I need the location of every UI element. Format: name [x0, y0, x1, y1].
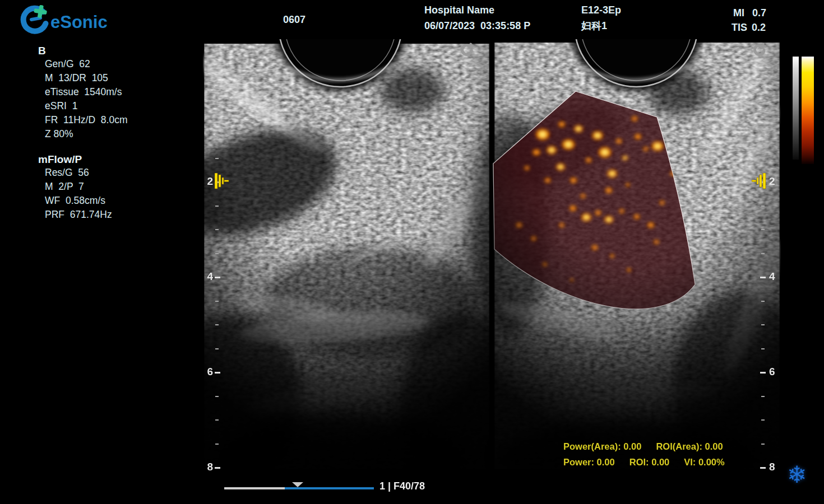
- tis-label: TIS: [732, 21, 747, 34]
- vi-readout: VI: 0.00%: [684, 457, 724, 468]
- b-mode-panel: B Gen/G 62 M 13/DR 105 eTissue 1540m/s e…: [38, 45, 128, 141]
- mi-value: 0.7: [752, 7, 766, 19]
- mi-label: MI: [733, 7, 744, 19]
- param-line: M 2/P 7: [38, 180, 112, 194]
- param-line: M 13/DR 105: [38, 71, 128, 85]
- freeze-snowflake-icon: ❄: [787, 461, 807, 488]
- grayscale-colorbar: [793, 57, 799, 160]
- mi-readout: MI 0.7: [733, 7, 766, 19]
- power-readout: Power: 0.00: [563, 457, 615, 468]
- exam-id: 0607: [283, 13, 305, 26]
- focus-marker-left[interactable]: [215, 173, 230, 192]
- param-line: Z 80%: [38, 127, 128, 141]
- probe-model: E12-3Ep: [581, 4, 621, 16]
- ultrasound-screen: eSonic 0607 Hospital Name 06/07/2023 03:…: [0, 0, 824, 504]
- imaging-area[interactable]: [203, 39, 781, 476]
- cine-bar-played[interactable]: [224, 487, 285, 489]
- cine-frame-label: 1 | F40/78: [379, 480, 425, 492]
- power-area-readout: Power(Area): 0.00: [563, 441, 641, 452]
- focus-marker-right[interactable]: [752, 173, 767, 192]
- power-measurements-line2: Power: 0.00 ROI: 0.00 VI: 0.00%: [563, 457, 725, 468]
- hospital-name: Hospital Name: [424, 4, 494, 16]
- param-line: Res/G 56: [38, 166, 112, 180]
- brand-logo: eSonic: [15, 2, 121, 37]
- tis-value: 0.2: [752, 21, 766, 34]
- tis-readout: TIS 0.2: [732, 21, 766, 34]
- logo-ebar: [31, 18, 40, 20]
- power-measurements-line1: Power(Area): 0.00 ROI(Area): 0.00: [563, 441, 723, 452]
- param-line: FR 11Hz/D 8.0cm: [38, 113, 128, 127]
- cine-frame-marker[interactable]: [292, 482, 303, 487]
- mflow-panel-title: mFlow/P: [38, 153, 112, 166]
- mflow-panel: mFlow/P Res/G 56 M 2/P 7 WF 0.58cm/s PRF…: [38, 153, 112, 222]
- brand-logo-icon: [24, 4, 48, 31]
- roi-area-readout: ROI(Area): 0.00: [656, 441, 723, 452]
- cine-bar-remaining[interactable]: [285, 487, 374, 489]
- mflow-colorbar: [802, 57, 814, 164]
- param-line: Gen/G 62: [38, 57, 128, 71]
- mflow-image[interactable]: [471, 39, 781, 476]
- param-line: WF 0.58cm/s: [38, 194, 112, 208]
- brand-name: eSonic: [50, 12, 108, 32]
- param-line: PRF 671.74Hz: [38, 208, 112, 222]
- exam-datetime: 06/07/2023 03:35:58 P: [424, 20, 530, 32]
- b-mode-panel-title: B: [38, 45, 128, 57]
- param-line: eSRI 1: [38, 99, 128, 113]
- param-line: eTissue 1540m/s: [38, 85, 128, 99]
- roi-readout: ROI: 0.00: [629, 457, 670, 468]
- exam-preset: 妇科1: [581, 20, 607, 32]
